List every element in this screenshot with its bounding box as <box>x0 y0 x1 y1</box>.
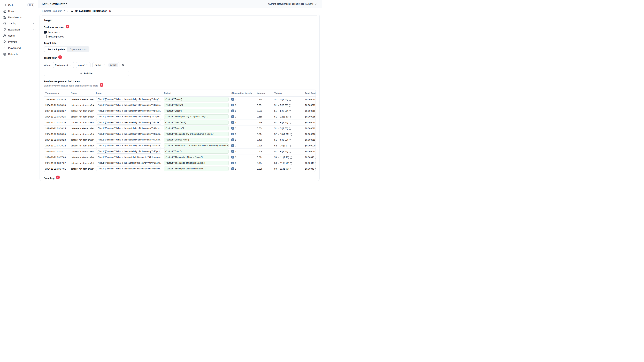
step-select-evaluator[interactable]: 1. Select Evaluator <box>42 9 65 12</box>
goto-label: Go to... <box>8 4 26 6</box>
output-json-box: {"output":"The capital city of South Kor… <box>164 132 229 136</box>
tab-live-tracing-data[interactable]: Live tracing data <box>44 47 67 52</box>
users-icon <box>3 34 6 37</box>
cell-name: dataset-run-item-cm3s4 <box>70 154 95 160</box>
output-json-box: {"output":"The capital city of Japan is … <box>164 114 229 119</box>
cell-input: {"input":[{"content":"What is the capita… <box>95 166 162 172</box>
cell-input: {"input":[{"content":"What is the capita… <box>95 119 162 125</box>
cell-latency: 0.65s <box>256 114 273 119</box>
cell-name: dataset-run-item-cm3s4 <box>70 137 95 143</box>
cell-observation-levels: i3 <box>230 119 256 125</box>
add-filter-button[interactable]: Add filter <box>44 71 129 76</box>
default-model-label: Current default model: openai / gpt-4.1-… <box>268 2 314 5</box>
table-row[interactable]: 2024-11-22 03:37:03 dataset-run-item-cm3… <box>44 154 316 160</box>
tokens-info-icon[interactable]: i <box>290 162 292 164</box>
tokens-info-icon[interactable]: i <box>290 145 292 147</box>
sidebar-item-prompts[interactable]: Prompts <box>2 39 36 45</box>
table-row[interactable]: 2024-11-22 03:38:28 dataset-run-item-cm3… <box>44 96 316 102</box>
input-json-box: {"input":[{"content":"What is the capita… <box>96 114 161 119</box>
observation-level-icon: i <box>231 127 234 130</box>
column-header-input: Input <box>95 90 162 96</box>
filter-operator-select[interactable]: any of <box>76 62 91 68</box>
table-row[interactable]: 2024-11-22 03:38:28 dataset-run-item-cm3… <box>44 102 316 108</box>
tokens-info-icon[interactable]: i <box>289 122 291 124</box>
observation-level-icon: i <box>231 133 234 135</box>
output-json-box: {"output":"The capital of Italy is Rome.… <box>164 155 229 159</box>
cell-observation-levels: i3 <box>230 114 256 119</box>
table-row[interactable]: 2024-11-22 03:38:21 dataset-run-item-cm3… <box>44 148 316 154</box>
tokens-info-icon[interactable]: i <box>290 133 292 136</box>
table-row[interactable]: 2024-11-22 03:38:24 dataset-run-item-cm3… <box>44 131 316 137</box>
observation-level-icon: i <box>231 138 234 141</box>
input-json-box: {"input":[{"content":"What is the capita… <box>96 167 161 171</box>
target-data-tabs: Live tracing data Experiment runs <box>44 46 90 52</box>
cell-latency: 0.50s <box>256 125 273 131</box>
column-header-timestamp[interactable]: Timestamp▼ <box>44 90 70 96</box>
filter-field-select[interactable]: Environment <box>53 62 74 68</box>
observation-level-icon: i <box>231 104 234 106</box>
tokens-info-icon[interactable]: i <box>289 104 291 107</box>
sidebar-item-users[interactable]: Users <box>2 33 36 39</box>
checkbox-existing-traces[interactable]: Existing traces <box>44 35 315 38</box>
step-badge-3: 3 <box>100 83 104 87</box>
tokens-info-icon[interactable]: i <box>289 127 291 130</box>
table-row[interactable]: 2024-11-22 03:38:25 dataset-run-item-cm3… <box>44 125 316 131</box>
cell-name: dataset-run-item-cm3s4 <box>70 108 95 114</box>
remove-filter-button[interactable] <box>122 64 124 66</box>
sidebar-item-dashboards[interactable]: Dashboards <box>2 14 36 20</box>
checkbox-new-traces[interactable]: New traces <box>44 31 315 33</box>
cell-tokens: 59 → 11 (Σ 70)i <box>273 154 304 160</box>
prompts-icon <box>3 40 6 43</box>
table-row[interactable]: 2024-11-22 03:37:01 dataset-run-item-cm3… <box>44 166 316 172</box>
table-row[interactable]: 2024-11-22 03:38:23 dataset-run-item-cm3… <box>44 137 316 143</box>
tokens-info-icon[interactable]: i <box>289 99 291 101</box>
cost-info-icon[interactable]: i <box>315 162 316 164</box>
table-row[interactable]: 2024-11-22 03:38:26 dataset-run-item-cm3… <box>44 114 316 119</box>
tokens-info-icon[interactable]: i <box>289 151 291 153</box>
sidebar-item-home[interactable]: Home <box>2 8 36 14</box>
cost-info-icon[interactable]: i <box>315 156 316 159</box>
goto-button[interactable]: Go to... ⌘ K <box>2 2 36 8</box>
cost-info-icon[interactable]: i <box>315 168 316 170</box>
cell-total-cost: $0.000011i <box>304 96 316 102</box>
cell-input: {"input":[{"content":"What is the capita… <box>95 108 162 114</box>
edit-model-icon[interactable] <box>315 2 318 5</box>
cell-tokens: 51 → 12 (Σ 63)i <box>273 114 304 119</box>
cell-total-cost: $0.000029 <box>304 143 316 148</box>
cell-latency: 0.60s <box>256 102 273 108</box>
cell-input: {"input":[{"content":"What is the capita… <box>95 148 162 154</box>
tokens-info-icon[interactable]: i <box>289 110 291 112</box>
cell-output: {"output":"South Africa has three capita… <box>162 143 230 148</box>
sidebar-item-playground[interactable]: Playground <box>2 45 36 51</box>
cell-observation-levels: i3 <box>230 166 256 172</box>
filter-value-select[interactable]: Select default <box>92 62 119 68</box>
cell-latency: 0.53s <box>256 108 273 114</box>
cell-timestamp: 2024-11-22 03:37:02 <box>44 160 70 166</box>
cell-output: {"output":"Canada"} <box>162 125 230 131</box>
observation-level-icon: i <box>231 150 234 153</box>
cell-total-cost: $0.000011i <box>304 108 316 114</box>
tab-experiment-runs[interactable]: Experiment runs <box>67 47 89 52</box>
sidebar-item-tracing[interactable]: Tracing <box>2 20 36 26</box>
observation-level-icon: i <box>231 115 234 118</box>
cell-latency: 0.83s <box>256 143 273 148</box>
table-row[interactable]: 2024-11-22 03:38:22 dataset-run-item-cm3… <box>44 143 316 148</box>
breadcrumb: 1. Select Evaluator 2. Run Evaluator: Ha… <box>38 8 322 14</box>
cell-timestamp: 2024-11-22 03:38:27 <box>44 108 70 114</box>
table-row[interactable]: 2024-11-22 03:38:26 dataset-run-item-cm3… <box>44 119 316 125</box>
tokens-info-icon[interactable]: i <box>290 156 292 159</box>
cell-timestamp: 2024-11-22 03:38:26 <box>44 114 70 119</box>
cell-timestamp: 2024-11-22 03:38:28 <box>44 96 70 102</box>
tokens-info-icon[interactable]: i <box>290 116 292 118</box>
tokens-info-icon[interactable]: i <box>289 139 291 141</box>
sidebar-item-datasets[interactable]: Datasets <box>2 51 36 57</box>
step-badge-1: 1 <box>66 25 69 28</box>
column-header-latency: Latency <box>256 90 273 96</box>
cell-latency: 0.83s <box>256 166 273 172</box>
cell-timestamp: 2024-11-22 03:38:21 <box>44 148 70 154</box>
cell-name: dataset-run-item-cm3s4 <box>70 143 95 148</box>
table-row[interactable]: 2024-11-22 03:37:02 dataset-run-item-cm3… <box>44 160 316 166</box>
table-row[interactable]: 2024-11-22 03:38:27 dataset-run-item-cm3… <box>44 108 316 114</box>
sidebar-item-evaluation[interactable]: Evaluation <box>2 26 36 33</box>
tokens-info-icon[interactable]: i <box>290 168 292 170</box>
